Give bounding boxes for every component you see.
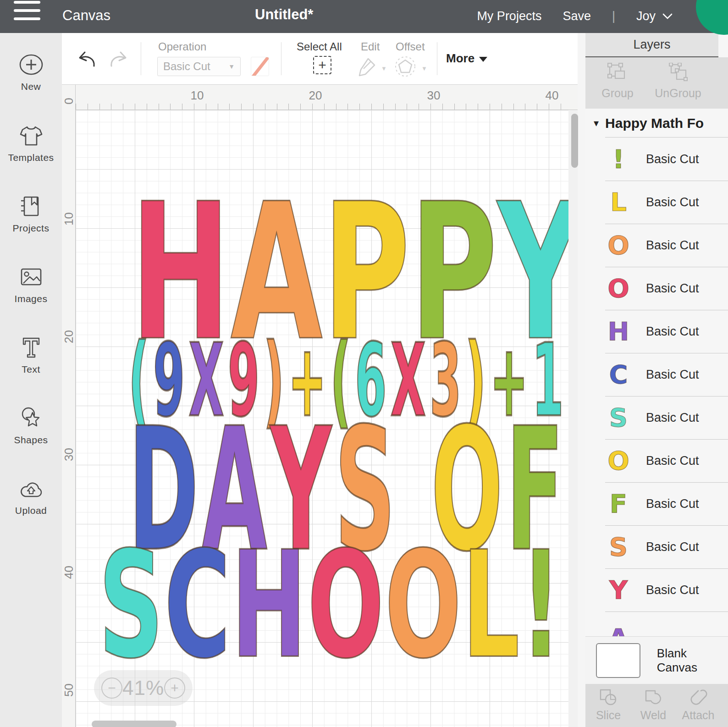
- sidebar-item-new[interactable]: New: [0, 38, 62, 108]
- layer-operation-label: Basic Cut: [646, 195, 699, 209]
- layer-row[interactable]: HBasic Cut: [585, 310, 728, 353]
- sidebar-item-upload[interactable]: Upload: [0, 461, 62, 532]
- color-swatch[interactable]: [251, 57, 269, 76]
- layer-operation-label: Basic Cut: [646, 540, 699, 554]
- ruler-tick-label: 30: [62, 447, 76, 463]
- my-projects-link[interactable]: My Projects: [477, 9, 541, 23]
- design-artwork[interactable]: HAPPY(9X9)+(6X3)+1DAYS OFSCHOOL!: [76, 110, 568, 727]
- layer-row[interactable]: YBasic Cut: [585, 568, 728, 611]
- save-button[interactable]: Save: [563, 9, 591, 23]
- layer-row[interactable]: OBasic Cut: [585, 439, 728, 482]
- project-title[interactable]: Untitled*: [255, 6, 313, 23]
- layer-row[interactable]: A: [585, 611, 728, 636]
- vertical-scrollbar[interactable]: [571, 114, 578, 168]
- sidebar-item-shapes[interactable]: Shapes: [0, 391, 62, 461]
- layer-row[interactable]: SBasic Cut: [585, 525, 728, 568]
- blank-canvas-row[interactable]: Blank Canvas: [585, 636, 728, 684]
- layer-glyph: C: [606, 362, 631, 387]
- edit-label: Edit: [361, 40, 380, 53]
- sidebar-item-text[interactable]: Text: [0, 320, 62, 391]
- more-caret-icon: [479, 57, 487, 62]
- layer-row[interactable]: SBasic Cut: [585, 396, 728, 439]
- edit-pencil-icon[interactable]: [354, 55, 378, 77]
- layer-row[interactable]: OBasic Cut: [585, 267, 728, 310]
- weld-icon: [643, 688, 663, 707]
- layer-operation-label: Basic Cut: [646, 454, 699, 468]
- layer-glyph: O: [606, 275, 631, 301]
- layer-operation-label: Basic Cut: [646, 325, 699, 339]
- sidebar-item-label: Templates: [8, 152, 54, 163]
- ruler-tick-label: 10: [191, 88, 204, 103]
- sidebar-item-projects[interactable]: Projects: [0, 179, 62, 249]
- layer-glyph: L: [606, 189, 631, 215]
- ruler-tick-label: 30: [427, 88, 441, 103]
- layer-row[interactable]: !Basic Cut: [585, 138, 728, 181]
- make-it-button[interactable]: [696, 0, 728, 35]
- design-letter[interactable]: !: [520, 548, 562, 662]
- horizontal-scrollbar[interactable]: [92, 721, 176, 727]
- redo-icon[interactable]: [108, 49, 131, 70]
- layer-row[interactable]: OBasic Cut: [585, 224, 728, 267]
- slice-icon: [598, 688, 618, 707]
- layer-glyph: S: [606, 534, 631, 560]
- group-button[interactable]: Group: [590, 63, 645, 100]
- layers-list: !Basic CutLBasic CutOBasic CutOBasic Cut…: [585, 138, 728, 636]
- topbar-separator: |: [612, 9, 615, 23]
- layer-operation-label: Basic Cut: [646, 368, 699, 382]
- operation-value: Basic Cut: [163, 60, 210, 73]
- layer-row[interactable]: FBasic Cut: [585, 482, 728, 525]
- edit-toolbar: Operation Basic Cut ▼ Select All + Edit …: [62, 33, 578, 85]
- design-letter[interactable]: C: [164, 548, 231, 662]
- canvas-tab-label: Canvas: [62, 7, 110, 24]
- layer-row[interactable]: CBasic Cut: [585, 353, 728, 396]
- sidebar-item-label: Images: [15, 293, 48, 304]
- sidebar-item-label: Upload: [15, 505, 47, 516]
- hamburger-menu-icon[interactable]: [14, 1, 40, 22]
- design-letter[interactable]: O: [385, 548, 461, 662]
- blank-canvas-thumbnail: [596, 643, 640, 678]
- machine-selector[interactable]: Joy: [636, 9, 673, 23]
- operation-dropdown[interactable]: Basic Cut ▼: [157, 57, 241, 76]
- notebook-icon: [19, 194, 44, 218]
- machine-name: Joy: [636, 9, 656, 23]
- undo-icon[interactable]: [75, 49, 98, 70]
- toolbar-divider: [437, 42, 437, 75]
- top-bar: Canvas Untitled* My Projects Save | Joy: [0, 0, 728, 33]
- toolbar-divider: [141, 42, 141, 75]
- edit-caret-icon: ▼: [381, 65, 387, 72]
- design-letter[interactable]: O: [307, 548, 384, 662]
- canvas-grid[interactable]: HAPPY(9X9)+(6X3)+1DAYS OFSCHOOL! − 41% +: [76, 110, 568, 727]
- layer-glyph: O: [606, 232, 631, 258]
- layer-row[interactable]: LBasic Cut: [585, 181, 728, 224]
- shapes-icon: [19, 406, 44, 430]
- offset-pentagon-icon[interactable]: [393, 55, 418, 78]
- design-row[interactable]: SCHOOL!: [99, 548, 562, 662]
- canvas-workspace: 10203040 01020304050 HAPPY(9X9)+(6X3)+1D…: [62, 85, 578, 727]
- weld-button[interactable]: Weld: [630, 688, 676, 722]
- layers-footer: Slice Weld Attach: [585, 684, 728, 727]
- ungroup-button[interactable]: UnGroup: [651, 63, 706, 100]
- ruler-tick-label: 50: [62, 683, 76, 698]
- cricut-design-space: Canvas Untitled* My Projects Save | Joy …: [0, 0, 728, 727]
- zoom-out-button[interactable]: −: [101, 677, 122, 699]
- zoom-in-button[interactable]: +: [164, 677, 185, 699]
- design-letter[interactable]: L: [462, 548, 520, 662]
- upload-cloud-icon: [19, 477, 44, 501]
- layer-group-header[interactable]: ▾ Happy Math Fo: [585, 109, 728, 138]
- collapse-caret-icon[interactable]: ▾: [594, 117, 599, 129]
- slice-button[interactable]: Slice: [585, 688, 631, 722]
- sidebar-item-templates[interactable]: Templates: [0, 108, 62, 179]
- sidebar-item-images[interactable]: Images: [0, 249, 62, 320]
- design-letter[interactable]: S: [99, 548, 164, 662]
- attach-button[interactable]: Attach: [675, 688, 721, 722]
- layer-operation-label: Basic Cut: [646, 583, 699, 597]
- layer-group-name: Happy Math Fo: [605, 116, 704, 131]
- select-all-button[interactable]: +: [313, 56, 331, 74]
- layer-glyph: A: [606, 625, 631, 636]
- more-button[interactable]: More: [446, 51, 487, 66]
- text-icon: [19, 336, 44, 359]
- chevron-down-icon: [662, 13, 673, 20]
- layer-operation-label: Basic Cut: [646, 238, 699, 253]
- design-letter[interactable]: H: [231, 548, 307, 662]
- layers-panel-title: Layers: [585, 33, 718, 57]
